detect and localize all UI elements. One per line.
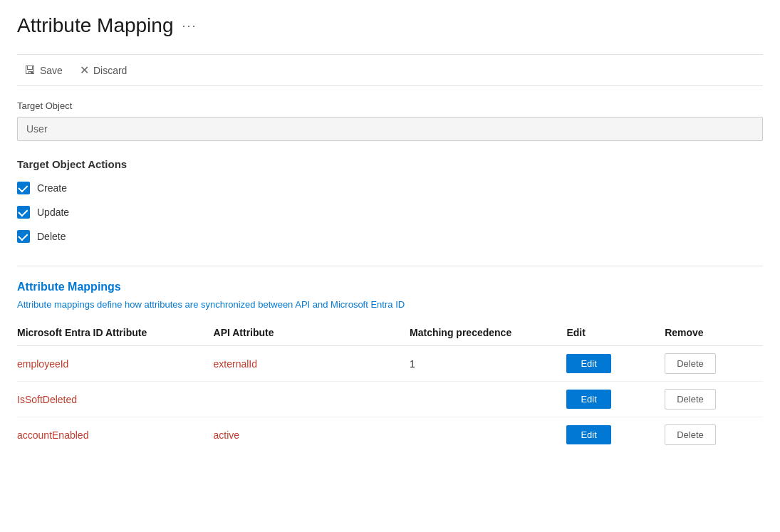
save-button[interactable]: 🖫 Save — [17, 61, 70, 80]
attribute-mappings-section: Attribute Mappings Attribute mappings de… — [17, 281, 763, 452]
entra-attr-cell: IsSoftDeleted — [17, 382, 214, 417]
delete-cell: Delete — [665, 417, 763, 453]
checkbox-update-label: Update — [37, 207, 69, 218]
table-row: accountEnabled active Edit Delete — [17, 417, 763, 453]
delete-button[interactable]: Delete — [665, 424, 716, 445]
edit-cell: Edit — [566, 346, 665, 382]
col-header-entra: Microsoft Entra ID Attribute — [17, 321, 214, 346]
checkbox-update-icon — [17, 206, 30, 219]
delete-button[interactable]: Delete — [665, 353, 716, 374]
save-icon: 🖫 — [24, 64, 36, 77]
delete-cell: Delete — [665, 346, 763, 382]
table-header-row: Microsoft Entra ID Attribute API Attribu… — [17, 321, 763, 346]
checkbox-create-label: Create — [37, 182, 67, 194]
more-options-icon[interactable]: ··· — [182, 19, 197, 33]
attr-mappings-description: Attribute mappings define how attributes… — [17, 299, 763, 310]
edit-button[interactable]: Edit — [566, 390, 610, 409]
checkbox-delete-icon — [17, 230, 30, 243]
toolbar: 🖫 Save ✕ Discard — [17, 54, 763, 86]
col-header-remove: Remove — [665, 321, 763, 346]
edit-cell: Edit — [566, 382, 665, 417]
api-attr-cell: active — [214, 417, 410, 453]
checkbox-create[interactable]: Create — [17, 182, 763, 194]
table-row: employeeId externalId 1 Edit Delete — [17, 346, 763, 382]
matching-cell — [410, 417, 566, 453]
discard-label: Discard — [93, 65, 127, 76]
target-object-label: Target Object — [17, 100, 763, 111]
edit-cell: Edit — [566, 417, 665, 453]
discard-icon: ✕ — [80, 63, 89, 77]
section-divider — [17, 266, 763, 266]
checkbox-create-icon — [17, 182, 30, 194]
entra-attr-cell: accountEnabled — [17, 417, 214, 453]
mappings-table: Microsoft Entra ID Attribute API Attribu… — [17, 321, 763, 452]
target-object-actions-title: Target Object Actions — [17, 158, 763, 170]
attr-mappings-title: Attribute Mappings — [17, 281, 763, 293]
target-object-input[interactable] — [17, 117, 763, 141]
table-row: IsSoftDeleted Edit Delete — [17, 382, 763, 417]
matching-cell: 1 — [410, 346, 566, 382]
api-attr-cell: externalId — [214, 346, 410, 382]
api-attr-cell — [214, 382, 410, 417]
checkbox-update[interactable]: Update — [17, 206, 763, 219]
target-object-section: Target Object — [17, 100, 763, 158]
delete-button[interactable]: Delete — [665, 389, 716, 410]
target-object-actions-section: Target Object Actions Create Update Dele… — [17, 158, 763, 243]
discard-button[interactable]: ✕ Discard — [73, 61, 134, 80]
page-title: Attribute Mapping — [17, 14, 173, 37]
edit-button[interactable]: Edit — [566, 425, 610, 444]
matching-cell — [410, 382, 566, 417]
delete-cell: Delete — [665, 382, 763, 417]
checkbox-group: Create Update Delete — [17, 182, 763, 243]
edit-button[interactable]: Edit — [566, 354, 610, 373]
col-header-api: API Attribute — [214, 321, 410, 346]
col-header-matching: Matching precedence — [410, 321, 566, 346]
checkbox-delete[interactable]: Delete — [17, 230, 763, 243]
entra-attr-cell: employeeId — [17, 346, 214, 382]
save-label: Save — [40, 65, 63, 76]
checkbox-delete-label: Delete — [37, 231, 66, 242]
col-header-edit: Edit — [566, 321, 665, 346]
